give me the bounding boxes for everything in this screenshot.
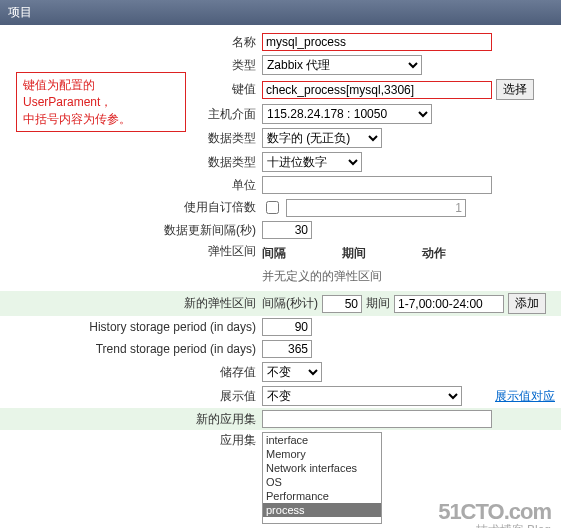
key-input[interactable] [262,81,492,99]
name-input[interactable] [262,33,492,51]
new-flex-interval-input[interactable] [322,295,362,313]
label-new-flex: 新的弹性区间 [6,295,262,312]
new-flex-period-input[interactable] [394,295,504,313]
trend-input[interactable] [262,340,312,358]
key-select-button[interactable]: 选择 [496,79,534,100]
flex-empty-text: 并无定义的的弹性区间 [262,264,555,289]
new-flex-add-button[interactable]: 添加 [508,293,546,314]
label-multiplier: 使用自订倍数 [6,199,262,216]
display-select[interactable]: 不变 [262,386,462,406]
annotation-note: 键值为配置的UserParament， 中括号内容为传参。 [16,72,186,132]
label-app: 应用集 [6,432,262,449]
label-display: 展示值 [6,388,262,405]
store-select[interactable]: 不变 [262,362,322,382]
flex-header: 间隔 期间 动作 [262,243,555,264]
history-input[interactable] [262,318,312,336]
multiplier-input[interactable] [286,199,466,217]
list-item[interactable]: process [263,503,381,517]
type-select[interactable]: Zabbix 代理 [262,55,422,75]
list-item[interactable]: OS [263,475,381,489]
data-type2-select[interactable]: 十进位数字 [262,152,362,172]
label-type: 类型 [6,57,262,74]
label-new-app: 新的应用集 [6,411,262,428]
label-flex: 弹性区间 [6,243,262,260]
label-history: History storage period (in days) [6,320,262,334]
multiplier-checkbox[interactable] [266,201,279,214]
display-map-link[interactable]: 展示值对应 [495,388,555,405]
list-item[interactable]: interface [263,433,381,447]
label-name: 名称 [6,34,262,51]
list-item[interactable]: Memory [263,447,381,461]
update-input[interactable] [262,221,312,239]
label-data-type2: 数据类型 [6,154,262,171]
label-store: 储存值 [6,364,262,381]
label-unit: 单位 [6,177,262,194]
list-item[interactable]: Performance [263,489,381,503]
panel-title: 项目 [8,5,32,19]
list-item[interactable]: Network interfaces [263,461,381,475]
unit-input[interactable] [262,176,492,194]
new-app-input[interactable] [262,410,492,428]
label-update: 数据更新间隔(秒) [6,222,262,239]
app-listbox[interactable]: interface Memory Network interfaces OS P… [262,432,382,524]
data-type1-select[interactable]: 数字的 (无正负) [262,128,382,148]
host-if-select[interactable]: 115.28.24.178 : 10050 [262,104,432,124]
label-trend: Trend storage period (in days) [6,342,262,356]
panel-header: 项目 [0,0,561,25]
